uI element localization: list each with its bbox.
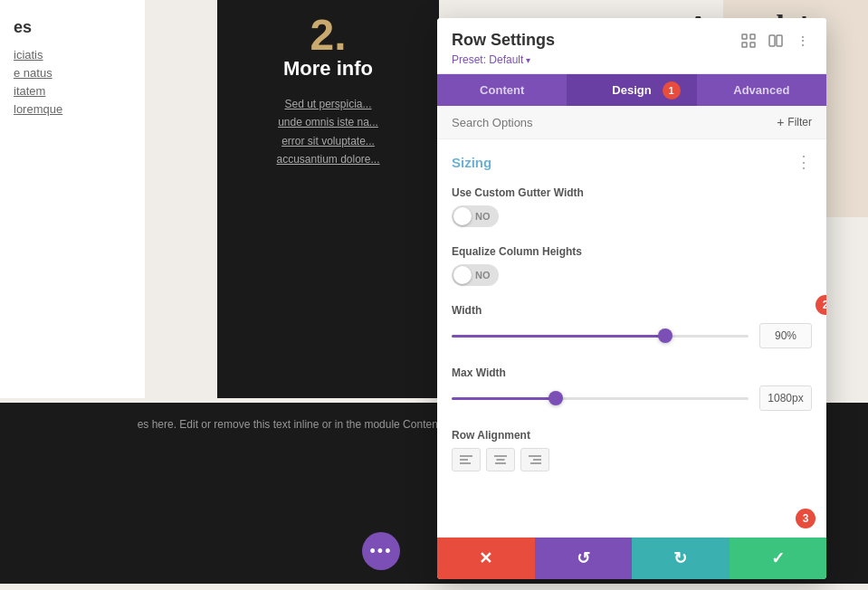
svg-rect-1 [750, 34, 755, 39]
gutter-width-toggle[interactable]: NO [452, 205, 499, 227]
max-width-slider-row: 1080px [452, 385, 812, 411]
redo-button[interactable]: ↻ [632, 538, 730, 579]
section-more-info: More info [283, 57, 373, 81]
width-slider-track [452, 335, 749, 338]
svg-rect-3 [750, 43, 755, 47]
sidebar-link-3[interactable]: itatem [14, 84, 131, 98]
cancel-icon: ✕ [479, 548, 492, 568]
max-width-label: Max Width [452, 366, 812, 379]
dark-section: 2. More info Sed ut perspicia... unde om… [217, 0, 439, 403]
fullscreen-icon[interactable] [739, 32, 758, 50]
width-slider-row: 90% [452, 323, 812, 348]
equalize-heights-toggle[interactable]: NO [452, 264, 499, 286]
undo-button[interactable]: ↺ [535, 538, 633, 579]
max-width-value[interactable]: 1080px [759, 385, 812, 411]
tab-advanced-label: Advanced [733, 83, 789, 97]
tab-badge: 1 [663, 81, 681, 100]
svg-rect-4 [769, 35, 775, 46]
tab-design[interactable]: Design 1 [567, 74, 696, 106]
gutter-width-field: Use Custom Gutter Width NO [437, 177, 826, 236]
tab-design-label: Design [612, 83, 651, 97]
tab-content[interactable]: Content [437, 74, 567, 106]
row-alignment-label: Row Alignment [452, 429, 812, 442]
sidebar-link-4[interactable]: loremque [14, 102, 131, 116]
more-options-icon[interactable]: ⋮ [794, 32, 812, 50]
toggle-knob [453, 207, 472, 225]
undo-icon: ↺ [577, 548, 590, 568]
left-sidebar: es iciatis e natus itatem loremque [0, 0, 145, 398]
columns-icon[interactable] [767, 32, 785, 50]
width-slider-container [452, 328, 749, 344]
sidebar-link-2[interactable]: e natus [14, 66, 131, 80]
panel-body: Sizing ⋮ Use Custom Gutter Width NO Equa… [437, 139, 826, 538]
sizing-section-header: Sizing ⋮ [437, 139, 826, 177]
sizing-section-menu-icon[interactable]: ⋮ [796, 152, 812, 172]
row-settings-panel: Row Settings ⋮ [437, 18, 826, 579]
width-badge: 2 [816, 295, 826, 315]
max-width-field: Max Width 1080px [437, 357, 826, 420]
sizing-section-title: Sizing [452, 155, 491, 170]
sidebar-heading: es [14, 18, 131, 37]
equalize-heights-toggle-row: NO [452, 264, 812, 286]
width-label: Width [452, 304, 812, 317]
panel-tabs: Content Design 1 Advanced [437, 74, 826, 106]
tab-content-label: Content [480, 83, 524, 97]
filter-button[interactable]: Filter [777, 115, 812, 129]
row-alignment-field: Row Alignment [437, 420, 826, 481]
align-center-button[interactable] [486, 448, 515, 471]
max-width-slider-fill [452, 397, 556, 400]
section-number: 2. [310, 14, 346, 57]
max-width-slider-container [452, 390, 749, 406]
section-body-text: Sed ut perspicia... unde omnis iste na..… [267, 95, 388, 169]
search-input[interactable] [452, 116, 777, 129]
panel-preset[interactable]: Preset: Default [452, 53, 812, 66]
svg-rect-0 [742, 34, 747, 39]
width-slider-fill [452, 335, 665, 338]
panel-header-icons: ⋮ [739, 32, 812, 50]
panel-header: Row Settings ⋮ [437, 18, 826, 74]
align-left-button[interactable] [452, 448, 481, 471]
float-action-button[interactable]: ••• [362, 532, 400, 570]
cancel-button[interactable]: ✕ [437, 538, 535, 579]
row-alignment-options [452, 448, 812, 471]
footer-badge: 3 [796, 509, 816, 528]
save-icon: ✓ [771, 548, 785, 568]
width-value[interactable]: 90% [759, 323, 812, 348]
tab-advanced[interactable]: Advanced [697, 74, 826, 106]
float-dots-icon: ••• [370, 542, 393, 561]
redo-icon: ↻ [673, 548, 687, 568]
svg-rect-2 [742, 43, 747, 47]
align-right-button[interactable] [520, 448, 549, 471]
svg-rect-5 [777, 35, 782, 46]
panel-title: Row Settings [452, 31, 555, 50]
max-width-slider-track [452, 397, 749, 400]
width-field: Width 90% 2 [437, 295, 826, 357]
equalize-heights-field: Equalize Column Heights NO [437, 236, 826, 295]
panel-footer: ✕ ↺ ↻ ✓ [437, 538, 826, 579]
width-slider-thumb[interactable] [658, 328, 672, 343]
toggle-knob-2 [453, 266, 472, 284]
panel-search-bar: Filter [437, 106, 826, 139]
gutter-width-label: Use Custom Gutter Width [452, 186, 812, 199]
equalize-heights-label: Equalize Column Heights [452, 245, 812, 258]
sidebar-link-1[interactable]: iciatis [14, 48, 131, 62]
save-button[interactable]: ✓ [730, 538, 827, 579]
gutter-width-toggle-row: NO [452, 205, 812, 227]
panel-header-top: Row Settings ⋮ [452, 31, 812, 50]
max-width-slider-thumb[interactable] [548, 391, 563, 405]
